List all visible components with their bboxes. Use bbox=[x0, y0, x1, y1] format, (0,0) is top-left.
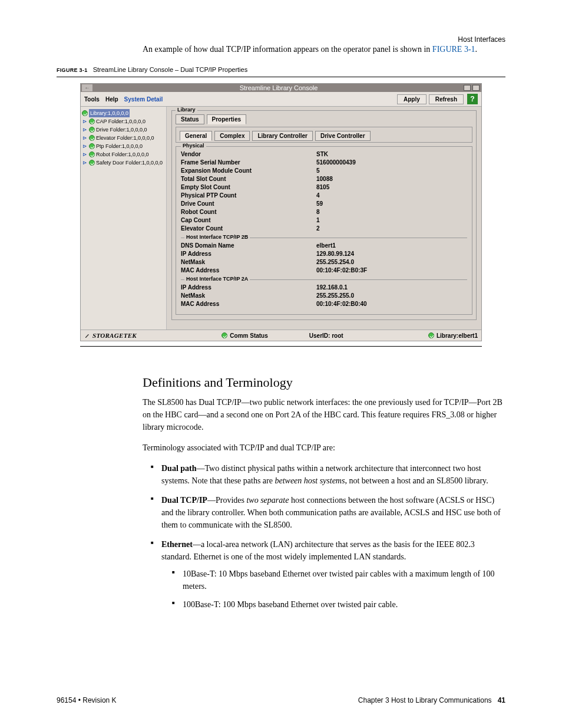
row-netmask: NetMask255.255.255.0 bbox=[181, 292, 467, 300]
tree-label: Drive Folder:1,0,0,0,0 bbox=[96, 126, 147, 134]
value: 59 bbox=[316, 200, 467, 208]
value: STK bbox=[316, 150, 467, 159]
tab-library-controller[interactable]: Library Controller bbox=[252, 131, 312, 141]
menu-system-detail[interactable]: System Detail bbox=[124, 96, 163, 103]
value: 2 bbox=[316, 225, 467, 233]
window-buttons bbox=[464, 85, 480, 91]
logo-text: STORAGETEK bbox=[92, 332, 137, 339]
label: NetMask bbox=[181, 258, 316, 266]
label: Drive Count bbox=[181, 200, 316, 208]
term-name: Dual path bbox=[161, 464, 197, 473]
screenshot-window: ← Streamline Library Console Tools Help … bbox=[80, 83, 482, 341]
tree-node-drive[interactable]: ⊳Drive Folder:1,0,0,0,0 bbox=[82, 126, 165, 134]
sub-10base-t: 10Base-T: 10 Mbps baseband Ethernet over… bbox=[172, 568, 505, 592]
status-ok-icon bbox=[89, 127, 95, 133]
row-vendor: VendorSTK bbox=[181, 150, 467, 159]
value: elbert1 bbox=[316, 242, 467, 250]
value: 516000000439 bbox=[316, 159, 467, 167]
label: Vendor bbox=[181, 150, 316, 159]
status-ok-icon bbox=[82, 110, 88, 116]
menu-tools[interactable]: Tools bbox=[84, 96, 100, 103]
status-ok-icon bbox=[89, 135, 95, 141]
figure-tag: FIGURE 3-1 bbox=[57, 67, 88, 73]
tab-properties[interactable]: Properties bbox=[207, 114, 246, 124]
label: Expansion Module Count bbox=[181, 167, 316, 175]
row-ip: IP Address129.80.99.124 bbox=[181, 250, 467, 258]
footer-left: 96154 • Revision K bbox=[57, 696, 117, 704]
comm-status: Comm Status bbox=[222, 332, 267, 339]
tree-label: CAP Folder:1,0,0,0,0 bbox=[96, 117, 146, 126]
expander-icon[interactable]: ⊳ bbox=[82, 117, 88, 126]
tree-node-ptp[interactable]: ⊳Ptp Folder:1,0,0,0,0 bbox=[82, 142, 165, 150]
menu-help[interactable]: Help bbox=[105, 96, 118, 103]
value: 192.168.0.1 bbox=[316, 284, 467, 292]
footer-chapter: Chapter 3 Host to Library Communications bbox=[358, 696, 492, 704]
value: 8 bbox=[316, 208, 467, 216]
detail-panel: Library Status Properties General Comple… bbox=[167, 107, 481, 330]
tab-status[interactable]: Status bbox=[176, 114, 204, 124]
term-list: Dual path—Two distinct physical paths wi… bbox=[151, 462, 505, 611]
tree-node-cap[interactable]: ⊳CAP Folder:1,0,0,0,0 bbox=[82, 117, 165, 126]
tab-general[interactable]: General bbox=[180, 131, 212, 141]
figure-rule-bottom bbox=[80, 346, 482, 347]
term-text: —Provides bbox=[207, 496, 247, 505]
label: Cap Count bbox=[181, 216, 316, 225]
status-ok-icon bbox=[89, 143, 95, 149]
sub-100base-t: 100Base-T: 100 Mbps baseband Ethernet ov… bbox=[172, 598, 505, 611]
tree-label: Ptp Folder:1,0,0,0,0 bbox=[96, 142, 143, 150]
label: DNS Domain Name bbox=[181, 242, 316, 250]
window-title: Streamline Library Console bbox=[94, 84, 464, 91]
value: 10088 bbox=[316, 175, 467, 183]
row-ip: IP Address192.168.0.1 bbox=[181, 284, 467, 292]
expander-icon[interactable]: ⊳ bbox=[82, 134, 88, 142]
term-ethernet: Ethernet—a local-area network (LAN) arch… bbox=[151, 538, 505, 611]
library-status-label: Library:elbert1 bbox=[437, 332, 478, 339]
value: 4 bbox=[316, 192, 467, 200]
value: 1 bbox=[316, 216, 467, 225]
minimize-button[interactable] bbox=[464, 85, 471, 91]
row-elevator: Elevator Count2 bbox=[181, 225, 467, 233]
figure-link[interactable]: FIGURE 3-1 bbox=[432, 45, 475, 54]
term-emphasis: two separate bbox=[246, 496, 289, 505]
tab-drive-controller[interactable]: Drive Controller bbox=[315, 131, 371, 141]
expander-icon[interactable]: ⊳ bbox=[82, 142, 88, 150]
row-serial: Frame Serial Number516000000439 bbox=[181, 159, 467, 167]
term-emphasis: between host systems bbox=[275, 476, 345, 485]
term-text: —a local-area network (LAN) architecture… bbox=[161, 540, 475, 561]
intro-text-b: . bbox=[475, 45, 478, 54]
tree-node-library[interactable]: Library:1,0,0,0,0 bbox=[82, 109, 165, 117]
interface-2a-section: Host Interface TCP/IP 2A IP Address192.1… bbox=[181, 279, 467, 308]
back-button[interactable]: ← bbox=[82, 84, 92, 91]
term-dual-tcpip: Dual TCP/IP—Provides two separate host c… bbox=[151, 494, 505, 531]
row-ptp: Physical PTP Count4 bbox=[181, 192, 467, 200]
comm-status-label: Comm Status bbox=[230, 332, 267, 339]
physical-section: Physical VendorSTK Frame Serial Number51… bbox=[176, 146, 472, 315]
footer-right: Chapter 3 Host to Library Communications… bbox=[358, 696, 505, 704]
expander-icon[interactable]: ⊳ bbox=[82, 159, 88, 167]
apply-button[interactable]: Apply bbox=[397, 94, 427, 104]
menubar: Tools Help System Detail Apply Refresh ? bbox=[81, 92, 481, 107]
label: MAC Address bbox=[181, 300, 316, 308]
help-icon[interactable]: ? bbox=[467, 94, 478, 104]
section-legend: Host Interface TCP/IP 2B bbox=[184, 234, 250, 240]
page-header: Host Interfaces bbox=[458, 35, 505, 44]
status-ok-icon bbox=[89, 151, 95, 157]
tree-node-safety[interactable]: ⊳Safety Door Folder:1,0,0,0,0 bbox=[82, 159, 165, 167]
value: 255.255.254.0 bbox=[316, 258, 467, 266]
tree-node-robot[interactable]: ⊳Robot Folder:1,0,0,0,0 bbox=[82, 150, 165, 159]
row-drive: Drive Count59 bbox=[181, 200, 467, 208]
row-empty-slot: Empty Slot Count8105 bbox=[181, 183, 467, 192]
status-ok-icon bbox=[89, 160, 95, 166]
label: Robot Count bbox=[181, 208, 316, 216]
tree-node-elevator[interactable]: ⊳Elevator Folder:1,0,0,0,0 bbox=[82, 134, 165, 142]
refresh-button[interactable]: Refresh bbox=[429, 94, 464, 104]
footer-page-number: 41 bbox=[498, 696, 505, 704]
expander-icon[interactable]: ⊳ bbox=[82, 126, 88, 134]
row-mac: MAC Address00:10:4F:02:B0:3F bbox=[181, 266, 467, 275]
label: IP Address bbox=[181, 250, 316, 258]
tree-label: Elevator Folder:1,0,0,0,0 bbox=[96, 134, 154, 142]
expander-icon[interactable]: ⊳ bbox=[82, 150, 88, 159]
tab-complex[interactable]: Complex bbox=[214, 131, 250, 141]
maximize-button[interactable] bbox=[472, 85, 480, 91]
intro-paragraph: An example of how dual TCP/IP informatio… bbox=[143, 44, 505, 55]
